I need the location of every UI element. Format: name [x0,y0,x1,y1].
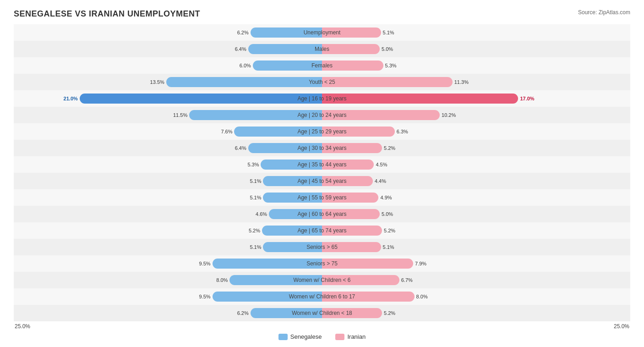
value-left: 6.4% [235,145,246,151]
bar-blue [166,77,322,87]
left-section: 6.2% [14,305,322,321]
right-section: 5.1% [322,239,630,255]
chart-row: 5.2% Age | 65 to 74 years 5.2% [14,222,630,239]
right-section: 5.2% [322,305,630,321]
value-right: 5.0% [382,211,393,217]
value-left: 5.3% [247,162,259,167]
left-section: 5.1% [14,189,322,206]
bar-pink [322,160,374,170]
value-left: 5.1% [250,195,261,200]
bar-blue [213,259,322,269]
row-content: 13.5% Youth < 25 11.3% [14,74,630,90]
value-right: 5.3% [385,63,397,68]
chart-row: 5.1% Age | 45 to 54 years 4.4% [14,173,630,189]
bar-blue [248,143,322,153]
chart-row: 6.4% Age | 30 to 34 years 5.2% [14,140,630,156]
row-content: 6.0% Females 5.3% [14,57,630,74]
bar-blue [189,110,322,120]
value-right: 5.0% [382,46,393,52]
row-content: 4.6% Age | 60 to 64 years 5.0% [14,206,630,222]
value-left: 8.0% [216,277,228,283]
left-section: 9.5% [14,255,322,272]
bar-pink [322,292,415,302]
value-right: 4.5% [376,162,387,167]
right-section: 5.3% [322,57,630,74]
bar-blue [248,44,322,54]
left-section: 5.1% [14,239,322,255]
value-left: 11.5% [173,112,187,118]
row-content: 5.1% Seniors > 65 5.1% [14,239,630,255]
bar-pink [322,193,378,203]
right-section: 17.0% [322,90,630,107]
right-section: 6.3% [322,123,630,140]
left-section: 6.4% [14,140,322,156]
row-content: 8.0% Women w/ Children < 6 6.7% [14,272,630,288]
right-section: 11.3% [322,74,630,90]
right-section: 5.2% [322,222,630,239]
left-section: 9.5% [14,288,322,305]
bar-pink [322,275,399,285]
axis-row: 25.0% 25.0% [14,323,630,330]
value-right: 10.2% [442,112,456,118]
chart-container: SENEGALESE VS IRANIAN UNEMPLOYMENT Sourc… [0,0,644,345]
legend-senegalese: Senegalese [278,333,322,340]
row-content: 6.4% Males 5.0% [14,41,630,57]
chart-row: 4.6% Age | 60 to 64 years 5.0% [14,206,630,222]
left-section: 6.4% [14,41,322,57]
chart-row: 13.5% Youth < 25 11.3% [14,74,630,90]
bar-pink [322,94,518,104]
bar-blue [251,308,322,318]
bar-blue [251,28,322,38]
value-left: 6.2% [237,30,249,35]
bar-pink [322,308,382,318]
right-section: 4.4% [322,173,630,189]
right-section: 10.2% [322,107,630,123]
chart-row: 5.3% Age | 35 to 44 years 4.5% [14,156,630,173]
value-left: 5.1% [250,244,261,250]
value-left: 21.0% [64,96,78,101]
value-right: 5.2% [384,228,395,233]
value-right: 17.0% [520,96,534,101]
row-content: 9.5% Seniors > 75 7.9% [14,255,630,272]
value-left: 9.5% [199,261,211,266]
chart-row: 6.2% Unemployment 5.1% [14,24,630,41]
right-section: 8.0% [322,288,630,305]
value-left: 5.1% [250,178,261,184]
row-content: 6.2% Unemployment 5.1% [14,24,630,41]
bar-pink [322,110,440,120]
legend-label-iranian: Iranian [347,333,366,340]
bar-blue [262,226,322,236]
bar-blue [263,242,322,252]
right-section: 5.2% [322,140,630,156]
value-left: 4.6% [256,211,267,217]
bar-blue [261,160,322,170]
left-section: 11.5% [14,107,322,123]
chart-row: 5.1% Age | 55 to 59 years 4.9% [14,189,630,206]
value-left: 13.5% [150,79,164,85]
value-right: 6.7% [401,277,413,283]
axis-right: 25.0% [614,323,629,330]
bar-blue [269,209,322,219]
row-content: 11.5% Age | 20 to 24 years 10.2% [14,107,630,123]
bar-blue [263,193,322,203]
left-section: 8.0% [14,272,322,288]
chart-row: 21.0% Age | 16 to 19 years 17.0% [14,90,630,107]
row-content: 9.5% Women w/ Children 6 to 17 8.0% [14,288,630,305]
legend-box-iranian [335,334,344,340]
chart-row: 8.0% Women w/ Children < 6 6.7% [14,272,630,288]
left-section: 4.6% [14,206,322,222]
value-right: 4.4% [375,178,386,184]
value-left: 6.4% [235,46,246,52]
chart-row: 11.5% Age | 20 to 24 years 10.2% [14,107,630,123]
value-right: 7.9% [415,261,426,266]
bar-blue [229,275,322,285]
legend-iranian: Iranian [335,333,366,340]
bar-pink [322,44,380,54]
chart-row: 6.4% Males 5.0% [14,41,630,57]
value-left: 6.0% [240,63,251,68]
left-section: 6.2% [14,24,322,41]
right-section: 4.5% [322,156,630,173]
bar-pink [322,28,381,38]
bar-pink [322,77,453,87]
value-right: 11.3% [454,79,469,85]
